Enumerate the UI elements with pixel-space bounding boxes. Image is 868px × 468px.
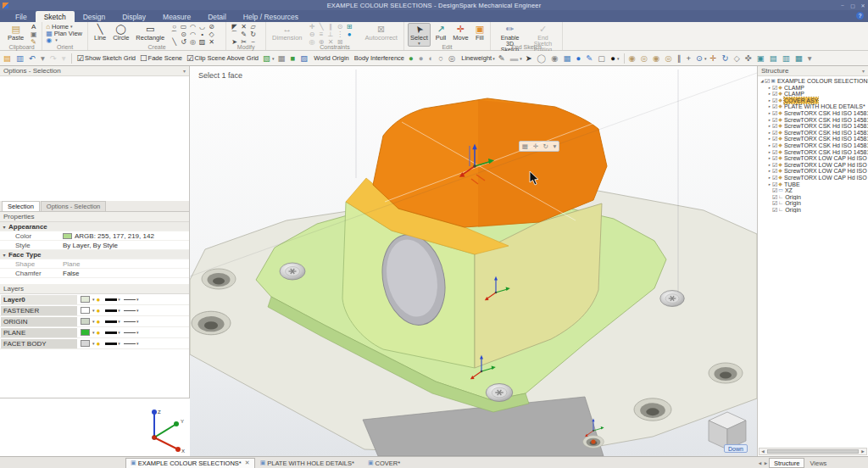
tree-item[interactable]: ▸ ☑ ◆ ScrewTORX CSK Hd ISO 14581 A2 M3 (758, 149, 868, 156)
undo-button[interactable]: ↶ (28, 54, 38, 63)
layout-1-button[interactable]: ▣ (756, 54, 767, 63)
caret-down-icon[interactable]: ▾ (136, 330, 139, 335)
fill-button[interactable]: ▣Fill (473, 23, 487, 42)
color-strip-button[interactable]: ▬▾ (509, 54, 523, 63)
modify-tool-icon[interactable]: ✕ (239, 23, 248, 31)
caret-down-icon[interactable]: ▾ (136, 308, 139, 313)
layer-row[interactable]: PLANE ▾ ● ▾ ▾ (0, 327, 189, 338)
lineweight-sample[interactable] (105, 343, 117, 345)
move-button[interactable]: ✛Move (450, 23, 470, 42)
spin-button[interactable]: ↻ (721, 54, 731, 63)
light-sphere-1[interactable]: ◉ (628, 54, 638, 63)
visibility-bulb-icon[interactable]: ● (97, 296, 101, 304)
sketch-tool-icon[interactable]: ◠ (188, 31, 198, 38)
constraint-icon[interactable]: ✛ (308, 23, 317, 31)
panel-tab[interactable]: Selection (2, 201, 40, 211)
pull-button[interactable]: ↗Pull (433, 23, 449, 42)
pin-icon[interactable]: ▾ (183, 68, 186, 74)
property-row[interactable]: Color ARGB: 255, 177, 219, 142 (0, 231, 189, 241)
grid-toggle-icon[interactable]: ▦ (522, 142, 528, 150)
tab-scroll-right-icon[interactable]: ▶ (763, 461, 769, 465)
redo-button[interactable]: ↷ (49, 54, 59, 63)
zoom-button[interactable]: ⊙▾ (695, 54, 707, 63)
visibility-checkbox[interactable]: ☑ (772, 110, 777, 117)
menu-tab[interactable]: Sketch (36, 11, 75, 22)
caret-down-icon[interactable]: ▾ (118, 319, 120, 324)
annotate-button[interactable]: ✎ (585, 54, 595, 63)
lineweight-sample[interactable] (105, 309, 117, 312)
constraint-icon[interactable]: ⋮ (336, 31, 345, 38)
caret-down-icon[interactable]: ▾ (92, 341, 95, 346)
layer-row[interactable]: Layer0 ▾ ● ▾ ▾ (0, 294, 189, 305)
counterbore-hole[interactable] (634, 398, 671, 421)
menu-tab[interactable]: Display (114, 11, 154, 22)
linestyle-sample[interactable] (124, 321, 136, 322)
help-icon[interactable]: ? (856, 12, 864, 20)
caret-down-icon[interactable]: ▾ (136, 341, 139, 346)
tree-item[interactable]: ▸ ☑ ◆ ScrewTORX CSK Hd ISO 14581 A2 M2 (758, 117, 868, 124)
caret-down-icon[interactable]: ▾ (136, 297, 139, 302)
layer-row[interactable]: ORIGIN ▾ ● ▾ ▾ (0, 316, 189, 327)
tree-item[interactable]: ☑ ∟ Origin (758, 200, 868, 207)
visibility-checkbox[interactable]: ☑ (772, 98, 777, 104)
sketch-tool-icon[interactable]: ◡ (198, 23, 207, 31)
tree-item[interactable]: ▸ ☑ ◆ PLATE WITH HOLE DETAILS* (758, 103, 868, 110)
close-button[interactable]: ✕ (858, 3, 868, 8)
linestyle-sample[interactable] (124, 343, 136, 344)
look-at-button[interactable]: ◇ (732, 54, 742, 63)
visibility-checkbox[interactable]: ☑ (772, 136, 777, 142)
add-view-button[interactable]: + (685, 54, 693, 63)
wire-sphere-icon[interactable]: ○ (437, 54, 446, 63)
copy-icon[interactable]: ▣ (29, 31, 38, 38)
layout-3-button[interactable]: ▥ (782, 54, 793, 63)
modify-tool-icon[interactable]: ◤ (230, 23, 239, 31)
fade-scene-checkbox[interactable]: ☐Fade Scene (139, 54, 184, 63)
counterbore-hole[interactable] (709, 363, 743, 383)
visibility-checkbox[interactable]: ☑ (772, 187, 777, 194)
menu-tab[interactable]: File (7, 11, 36, 22)
cover-body[interactable] (342, 98, 607, 368)
sketch-grid-button[interactable]: ▦ (277, 54, 288, 63)
layer-color-swatch[interactable] (81, 307, 90, 314)
counterbore-hole[interactable] (202, 269, 236, 289)
menu-tab[interactable]: Design (75, 11, 114, 22)
save-button[interactable]: ▥ (15, 54, 26, 63)
visibility-checkbox[interactable]: ☑ (772, 162, 777, 169)
menu-tab[interactable]: Help / Resources (235, 11, 307, 22)
sketch-tool-icon[interactable]: ○ (170, 23, 179, 31)
sketch-tool-icon[interactable]: ⊙ (179, 31, 188, 38)
visibility-checkbox[interactable]: ☑ (772, 142, 777, 149)
tree-item[interactable]: ▸ ☑ ◆ CLAMP (758, 91, 868, 98)
visibility-checkbox[interactable]: ☑ (772, 117, 777, 124)
layer-color-swatch[interactable] (81, 296, 90, 303)
paste-button[interactable]: ▤ Paste (5, 23, 26, 42)
constraint-icon[interactable]: ⊖ (308, 31, 317, 38)
visibility-checkbox[interactable]: ☑ (772, 200, 777, 207)
sketch-tool-icon[interactable]: ◠ (188, 23, 198, 31)
lineweight-sample[interactable] (105, 320, 117, 323)
linestyle-sample[interactable] (124, 299, 136, 300)
pan-button[interactable]: ✛ (709, 54, 719, 63)
linestyle-sample[interactable] (124, 332, 136, 333)
visibility-bulb-icon[interactable]: ● (97, 318, 101, 326)
scroll-left-arrow[interactable]: ◀ (760, 449, 766, 454)
open-button[interactable]: ▤ (3, 54, 14, 63)
modify-tool-icon[interactable]: ▱ (248, 23, 258, 31)
frame-button[interactable]: ▢ (597, 54, 608, 63)
sketch-tool-icon[interactable]: ▭ (179, 23, 188, 31)
visibility-bulb-icon[interactable]: ● (97, 340, 101, 348)
light-sphere-3[interactable]: ◉ (652, 54, 662, 63)
visibility-checkbox[interactable]: ☑ (772, 85, 777, 92)
floating-mini-toolbar[interactable]: ▦✛↻▾ (519, 141, 559, 152)
layer-row[interactable]: FASTENER ▾ ● ▾ ▾ (0, 305, 189, 316)
show-sketch-grid-checkbox[interactable]: ☑Show Sketch Grid (75, 54, 137, 63)
caret-down-icon[interactable]: ▾ (92, 330, 95, 335)
visibility-checkbox[interactable]: ☑ (772, 155, 777, 162)
sketch-pencil-button[interactable]: ✎ (498, 54, 508, 63)
grid-options-button[interactable]: ▧▾ (262, 54, 275, 63)
section-view-button[interactable]: ▨ (299, 54, 310, 63)
tree-item[interactable]: ☑ ∟ Origin (758, 207, 868, 214)
move-grid-icon[interactable]: ✛ (533, 142, 538, 150)
layer-row[interactable]: FACET BODY ▾ ● ▾ ▾ (0, 338, 189, 349)
property-row[interactable]: Style By Layer, By Style (0, 241, 189, 250)
